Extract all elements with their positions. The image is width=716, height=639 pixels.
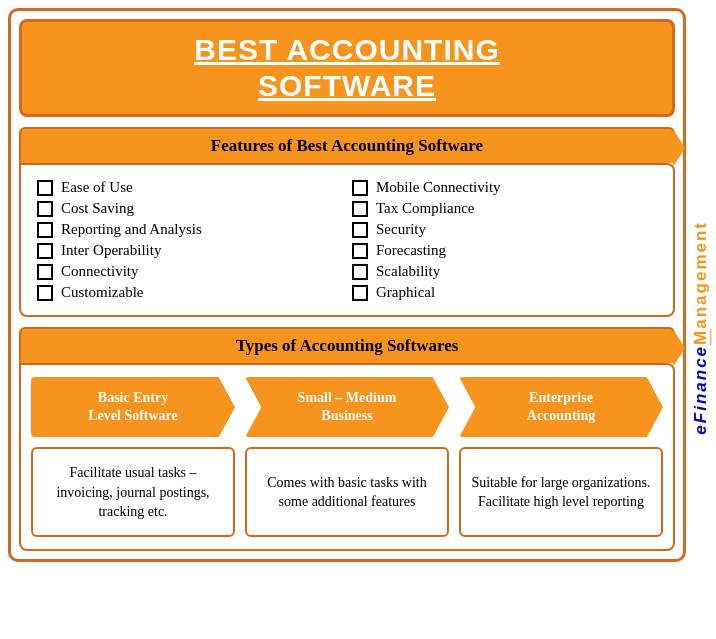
desc-smb: Comes with basic tasks with some additio… (245, 447, 449, 537)
checkbox-icon (352, 243, 368, 259)
checkbox-icon (352, 285, 368, 301)
features-box: Ease of Use Cost Saving Reporting and An… (19, 163, 675, 317)
types-container: Basic EntryLevel Software Small – Medium… (19, 363, 675, 551)
feature-item: Scalability (352, 261, 657, 282)
checkbox-icon (37, 285, 53, 301)
feature-item: Graphical (352, 282, 657, 303)
feature-item: Connectivity (37, 261, 342, 282)
feature-item: Tax Compliance (352, 198, 657, 219)
feature-item: Mobile Connectivity (352, 177, 657, 198)
checkbox-icon (37, 201, 53, 217)
checkbox-icon (352, 180, 368, 196)
feature-item: Forecasting (352, 240, 657, 261)
feature-item: Customizable (37, 282, 342, 303)
desc-enterprise: Suitable for large organizations. Facili… (459, 447, 663, 537)
side-label-finance: Finance (691, 345, 710, 423)
feature-item: Ease of Use (37, 177, 342, 198)
type-smb: Small – MediumBusiness (245, 377, 449, 437)
features-header: Features of Best Accounting Software (19, 127, 675, 163)
features-grid: Ease of Use Cost Saving Reporting and An… (37, 177, 657, 303)
main-title: BEST ACCOUNTING SOFTWARE (42, 32, 652, 104)
features-section: Features of Best Accounting Software Eas… (19, 127, 675, 317)
checkbox-icon (352, 264, 368, 280)
checkbox-icon (37, 222, 53, 238)
side-label: eFinanceManagement (688, 8, 714, 639)
desc-basic: Facilitate usual tasks – invoicing, jour… (31, 447, 235, 537)
types-section: Types of Accounting Softwares Basic Entr… (19, 327, 675, 551)
title-box: BEST ACCOUNTING SOFTWARE (19, 19, 675, 117)
checkbox-icon (37, 243, 53, 259)
checkbox-icon (37, 180, 53, 196)
checkbox-icon (352, 222, 368, 238)
type-enterprise: EnterpriseAccounting (459, 377, 663, 437)
checkbox-icon (37, 264, 53, 280)
type-basic: Basic EntryLevel Software (31, 377, 235, 437)
feature-item: Security (352, 219, 657, 240)
side-label-m: M (691, 328, 710, 344)
checkbox-icon (352, 201, 368, 217)
feature-item: Cost Saving (37, 198, 342, 219)
side-label-mgmt: anagement (691, 221, 710, 329)
desc-row: Facilitate usual tasks – invoicing, jour… (31, 447, 663, 537)
feature-item: Inter Operability (37, 240, 342, 261)
types-header: Types of Accounting Softwares (19, 327, 675, 363)
feature-item: Reporting and Analysis (37, 219, 342, 240)
types-row: Basic EntryLevel Software Small – Medium… (31, 377, 663, 437)
side-label-e: e (691, 423, 710, 434)
